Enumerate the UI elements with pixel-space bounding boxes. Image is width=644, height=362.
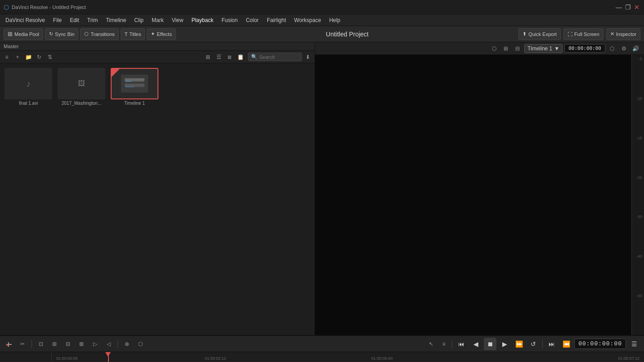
pool-grid-view[interactable]: ⊞ [203,53,213,62]
menu-item-fairlight[interactable]: Fairlight [263,16,290,24]
inspector-icon: ✕ [610,31,614,37]
preview-tool-3[interactable]: ⊟ [513,44,522,53]
media-item-label-video: 2017_Washington... [58,101,105,106]
timeline-body: T ⊞ ⊟ ↕ 🔒 🔊 ⬡ [0,352,644,362]
effects-icon: ✦ [151,31,155,37]
stop-button[interactable]: ⏹ [484,338,496,350]
tl-tool-link[interactable]: ⬡ [135,339,146,349]
preview-area: -5 -10 -15 -20 -30 -40 -50 [315,55,644,335]
preview-scale: -5 -10 -15 -20 -30 -40 -50 [631,55,644,335]
full-screen-button[interactable]: ⛶ Full Screen [563,28,603,40]
tl-tool-insert[interactable]: ⊡ [36,339,46,349]
scale-tick-5: -5 [632,57,644,96]
pool-detail-view[interactable]: ≣ [225,53,234,62]
menu-item-playback[interactable]: Playback [188,16,217,24]
media-item-audio[interactable]: ♪ final 1.avi [4,67,53,331]
ruler-label-2: 01:00:06:00 [371,356,393,361]
menu-item-color[interactable]: Color [242,16,262,24]
full-screen-icon: ⛶ [567,31,572,37]
app-icon: ⬡ [4,4,9,11]
tl-tool-list[interactable]: ≡ [438,339,449,349]
prev-clip-button[interactable]: ⏪ [560,338,572,350]
menu-item-edit[interactable]: Edit [66,16,83,24]
pool-metadata-view[interactable]: 📋 [235,53,245,62]
play-button[interactable]: ▶ [498,338,511,350]
tl-tool-razor[interactable]: ✂ [17,339,28,349]
ruler-label-1: 01:00:02:12 [205,356,226,361]
loop-button[interactable]: ↺ [527,338,540,350]
pool-sort-btn[interactable]: ⇅ [45,53,55,62]
media-pool-button[interactable]: ⊞ Media Pool [4,28,43,40]
timeline-toolbar: ✂ ⊡ ⊞ ⊟ ⊠ ▷ ◁ ⊕ ⬡ ↖ ≡ ⏮ ◀ ⏹ ▶ ⏩ ↺ ⏭ ⏪ 00… [0,336,644,352]
preview-vol-btn[interactable]: 🔊 [630,44,640,53]
menu-item-fusion[interactable]: Fusion [218,16,241,24]
timeline-track-headers: T ⊞ ⊟ ↕ 🔒 🔊 ⬡ [0,352,52,362]
rewind-button[interactable]: ◀ [469,338,482,350]
timeline-options-button[interactable]: ☰ [628,338,640,350]
maximize-button[interactable]: ❐ [624,4,631,11]
tl-tool-fit[interactable]: ⊠ [76,339,87,349]
pool-folder-btn[interactable]: 📁 [23,53,33,62]
scale-tick-50: -50 [632,294,644,333]
tl-sep-3 [452,340,452,348]
menu-item-timeline[interactable]: Timeline [102,16,130,24]
preview-tool-1[interactable]: ⬡ [489,44,499,53]
video-file-icon: 🖼 [78,80,85,88]
project-title: Untitled Project [178,31,517,38]
tl-tool-cursor[interactable]: ↖ [426,339,437,349]
timeline-svg [123,76,146,92]
preview-tool-2[interactable]: ⊞ [501,44,511,53]
quick-export-button[interactable]: ⬆ Quick Export [518,28,561,40]
sync-bin-button[interactable]: ↻ Sync Bin [45,28,78,40]
title-bar-controls[interactable]: — ❐ ✕ [615,4,640,11]
menu-bar: DaVinci Resolve File Edit Trim Timeline … [0,14,644,26]
search-icon: 🔍 [251,54,257,60]
timeline-ruler-top[interactable]: 01:00:00:00 01:00:02:12 01:00:06:00 01:0… [52,352,644,362]
media-item-video[interactable]: 🖼 2017_Washington... [57,67,106,331]
close-button[interactable]: ✕ [633,4,640,11]
timecode-display: 00:00:00:00 [574,339,626,349]
titles-button[interactable]: T Titles [121,28,145,40]
minimize-button[interactable]: — [615,4,622,11]
tl-tool-overwrite[interactable]: ⊞ [49,339,60,349]
preview-zoom-btn[interactable]: ⬡ [607,44,617,53]
menu-item-file[interactable]: File [50,16,65,24]
tl-tool-3pt[interactable]: ◁ [103,339,114,349]
prev-edit-button[interactable]: ⏮ [455,338,468,350]
menu-item-view[interactable]: View [168,16,187,24]
pool-view-list[interactable]: ≡ [2,53,12,62]
fast-forward-button[interactable]: ⏩ [513,338,525,350]
menu-item-help[interactable]: Help [325,16,344,24]
tl-tool-replace[interactable]: ⊟ [63,339,73,349]
effects-button[interactable]: ✦ Effects [147,28,176,40]
menu-item-mark[interactable]: Mark [148,16,167,24]
title-bar-left: ⬡ DaVinci Resolve - Untitled Project [4,4,86,11]
svg-rect-3 [125,84,134,87]
media-pool-search-input[interactable] [259,54,300,60]
timeline-selector[interactable]: Timeline 1 ▼ [524,44,563,53]
svg-point-6 [6,344,8,346]
tl-sep-4 [542,340,543,348]
tl-tool-snap[interactable]: ⊕ [122,339,132,349]
pool-filter-btn[interactable]: ⬇ [303,53,313,62]
timeline-selector-chevron: ▼ [554,45,559,52]
transitions-button[interactable]: ⬡ Transitions [80,28,118,40]
pool-add-btn[interactable]: + [13,53,23,62]
tl-tool-append[interactable]: ▷ [90,339,100,349]
tl-tool-select[interactable] [4,339,14,349]
inspector-button[interactable]: ✕ Inspector [606,28,640,40]
menu-item-workspace[interactable]: Workspace [291,16,325,24]
scale-tick-40: -40 [632,254,644,294]
menu-item-davinci[interactable]: DaVinci Resolve [2,16,49,24]
timeline-selector-label: Timeline 1 [527,45,552,52]
pool-refresh-btn[interactable]: ↻ [34,53,44,62]
select-tool-icon [5,340,13,348]
menu-item-trim[interactable]: Trim [84,16,102,24]
menu-item-clip[interactable]: Clip [131,16,147,24]
sync-bin-icon: ↻ [49,31,53,37]
next-frame-button[interactable]: ⏭ [545,338,558,350]
preview-settings-btn[interactable]: ⚙ [619,44,629,53]
media-pool-header: Master [0,42,315,51]
pool-list-view[interactable]: ☰ [214,53,224,62]
media-item-timeline[interactable]: Timeline 1 [110,67,159,331]
